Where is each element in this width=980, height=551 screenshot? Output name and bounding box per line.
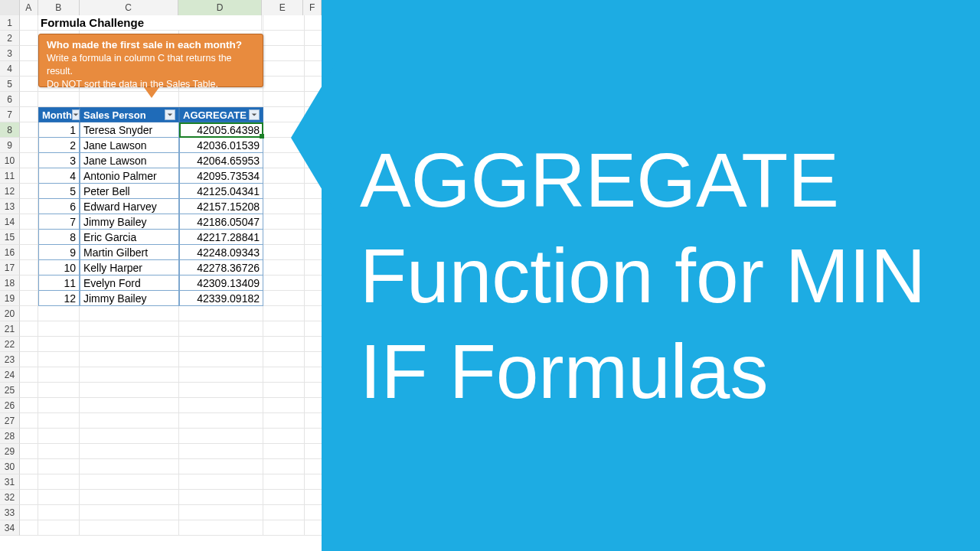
cell[interactable] <box>38 92 80 107</box>
col-header-D[interactable]: D <box>178 0 262 15</box>
cell[interactable] <box>305 291 323 306</box>
cell[interactable] <box>179 429 263 444</box>
cell[interactable] <box>179 474 263 490</box>
cell[interactable] <box>80 306 179 321</box>
cell[interactable] <box>80 337 179 352</box>
row-header-4[interactable]: 4 <box>0 61 20 77</box>
table-cell-month[interactable]: 1 <box>38 122 80 138</box>
row-header-18[interactable]: 18 <box>0 276 20 291</box>
row-header-8[interactable]: 8 <box>0 122 20 138</box>
filter-icon[interactable] <box>165 109 175 120</box>
row-header-33[interactable]: 33 <box>0 505 20 520</box>
cell[interactable] <box>80 474 179 490</box>
cell[interactable] <box>20 429 38 444</box>
cell[interactable] <box>80 459 179 474</box>
table-cell-aggregate[interactable]: 42186.05047 <box>179 214 263 230</box>
cell[interactable] <box>38 505 80 520</box>
cell[interactable] <box>305 321 323 337</box>
cell[interactable] <box>179 459 263 474</box>
select-all-corner[interactable] <box>0 0 20 15</box>
row-header-21[interactable]: 21 <box>0 321 20 337</box>
cell[interactable] <box>38 474 80 490</box>
table-cell-month[interactable]: 5 <box>38 184 80 199</box>
cell[interactable] <box>20 184 38 199</box>
cell[interactable] <box>305 337 323 352</box>
cell[interactable] <box>305 352 323 367</box>
row-header-19[interactable]: 19 <box>0 291 20 306</box>
cell[interactable] <box>38 352 80 367</box>
cell[interactable] <box>38 306 80 321</box>
col-header-A[interactable]: A <box>20 0 38 15</box>
row-header-6[interactable]: 6 <box>0 92 20 107</box>
cell[interactable] <box>263 383 305 398</box>
cell[interactable] <box>20 490 38 505</box>
cell[interactable] <box>20 245 38 260</box>
cell[interactable] <box>305 31 323 46</box>
row-header-27[interactable]: 27 <box>0 413 20 429</box>
cell[interactable] <box>305 398 323 413</box>
table-cell-person[interactable]: Jane Lawson <box>80 138 179 153</box>
cell[interactable] <box>20 61 38 77</box>
row-header-9[interactable]: 9 <box>0 138 20 153</box>
table-cell-month[interactable]: 2 <box>38 138 80 153</box>
cell[interactable] <box>305 383 323 398</box>
table-cell-aggregate[interactable]: 42248.09343 <box>179 245 263 260</box>
cell[interactable] <box>263 46 305 61</box>
cell[interactable] <box>263 245 305 260</box>
cell[interactable] <box>305 214 323 230</box>
table-cell-person[interactable]: Antonio Palmer <box>80 168 179 184</box>
table-cell-month[interactable]: 7 <box>38 214 80 230</box>
row-header-10[interactable]: 10 <box>0 153 20 168</box>
table-cell-person[interactable]: Jimmy Bailey <box>80 291 179 306</box>
cell[interactable] <box>263 321 305 337</box>
cell[interactable] <box>263 31 305 46</box>
row-header-13[interactable]: 13 <box>0 199 20 214</box>
col-header-E[interactable]: E <box>262 0 303 15</box>
filter-icon[interactable] <box>249 109 260 120</box>
row-header-11[interactable]: 11 <box>0 168 20 184</box>
row-header-31[interactable]: 31 <box>0 474 20 490</box>
row-header-20[interactable]: 20 <box>0 306 20 321</box>
row-header-28[interactable]: 28 <box>0 429 20 444</box>
cell[interactable] <box>263 214 305 230</box>
cell[interactable] <box>305 413 323 429</box>
cell[interactable] <box>20 474 38 490</box>
cell[interactable] <box>38 490 80 505</box>
cell[interactable] <box>20 46 38 61</box>
table-cell-person[interactable]: Jimmy Bailey <box>80 214 179 230</box>
cell[interactable] <box>20 444 38 459</box>
cell[interactable] <box>179 321 263 337</box>
cell-grid[interactable]: Formula Challenge Who made the first sal… <box>20 15 322 551</box>
cell[interactable] <box>305 444 323 459</box>
cell[interactable] <box>263 474 305 490</box>
table-cell-aggregate[interactable]: 42339.09182 <box>179 291 263 306</box>
cell[interactable] <box>305 260 323 276</box>
cell[interactable] <box>38 413 80 429</box>
table-cell-month[interactable]: 3 <box>38 153 80 168</box>
cell[interactable] <box>80 321 179 337</box>
cell[interactable] <box>263 230 305 245</box>
table-cell-month[interactable]: 12 <box>38 291 80 306</box>
table-cell-month[interactable]: 11 <box>38 276 80 291</box>
row-header-34[interactable]: 34 <box>0 520 20 536</box>
table-cell-aggregate[interactable]: 42309.13409 <box>179 276 263 291</box>
table-cell-person[interactable]: Edward Harvey <box>80 199 179 214</box>
cell[interactable] <box>263 490 305 505</box>
cell[interactable] <box>305 230 323 245</box>
cell[interactable] <box>20 214 38 230</box>
cell[interactable] <box>20 413 38 429</box>
cell[interactable] <box>80 367 179 383</box>
table-cell-person[interactable]: Evelyn Ford <box>80 276 179 291</box>
cell[interactable] <box>263 276 305 291</box>
table-cell-aggregate[interactable]: 42217.28841 <box>179 230 263 245</box>
cell[interactable] <box>80 92 179 107</box>
cell[interactable] <box>20 306 38 321</box>
row-header-32[interactable]: 32 <box>0 490 20 505</box>
cell[interactable] <box>179 398 263 413</box>
row-header-24[interactable]: 24 <box>0 367 20 383</box>
table-cell-month[interactable]: 4 <box>38 168 80 184</box>
table-cell-aggregate[interactable]: 42157.15208 <box>179 199 263 214</box>
cell[interactable] <box>20 367 38 383</box>
cell[interactable] <box>80 352 179 367</box>
table-cell-person[interactable]: Eric Garcia <box>80 230 179 245</box>
